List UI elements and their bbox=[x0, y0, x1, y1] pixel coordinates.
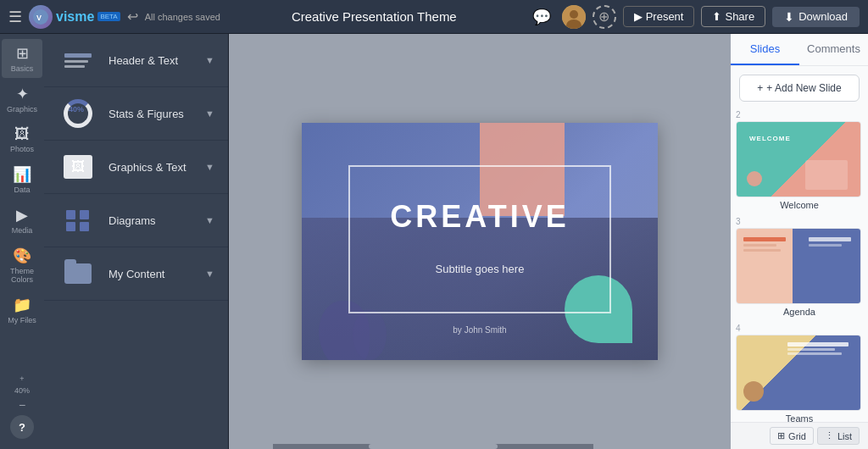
present-button[interactable]: ▶ Present bbox=[623, 6, 695, 27]
panel-item-header-text[interactable]: Header & Text ▼ bbox=[44, 34, 228, 87]
sidebar-item-my-files[interactable]: 📁 My Files bbox=[2, 291, 42, 330]
chevron-down-icon: ▼ bbox=[205, 215, 214, 225]
zoom-display: + bbox=[19, 374, 24, 383]
slide-name-2: Welcome bbox=[736, 200, 863, 210]
basics-icon: ⊞ bbox=[16, 44, 29, 63]
slide-item-4[interactable]: 4 Teams bbox=[736, 324, 863, 422]
play-icon: ▶ bbox=[634, 10, 643, 23]
grid-view-button[interactable]: ⊞ Grid bbox=[770, 427, 814, 445]
slide-name-3: Agenda bbox=[736, 307, 863, 317]
slide-byline: by John Smith bbox=[302, 325, 658, 335]
grid-icon: ⊞ bbox=[777, 430, 785, 441]
logo-image: V bbox=[29, 5, 53, 29]
left-sidebar: ⊞ Basics ✦ Graphics 🖼 Photos 📊 Data ▶ Me… bbox=[0, 34, 44, 449]
chat-icon-button[interactable]: 💬 bbox=[528, 6, 555, 28]
svg-text:V: V bbox=[36, 14, 42, 22]
slide-number-2: 2 bbox=[736, 110, 863, 119]
slide-thumb-4[interactable] bbox=[736, 335, 861, 411]
plus-icon: + bbox=[757, 82, 763, 94]
slide-thumb-3[interactable] bbox=[736, 228, 861, 304]
media-icon: ▶ bbox=[16, 206, 28, 224]
sidebar-item-basics[interactable]: ⊞ Basics bbox=[2, 39, 42, 78]
zoom-minus-button[interactable]: − bbox=[19, 398, 25, 412]
panel-item-my-content[interactable]: My Content ▼ bbox=[44, 247, 228, 301]
slides-list: 2 WELCOME Welcome 3 bbox=[731, 110, 868, 422]
sidebar-item-photos[interactable]: 🖼 Photos bbox=[2, 120, 42, 158]
stats-icon: 40% bbox=[58, 97, 98, 130]
panel-item-diagrams[interactable]: Diagrams ▼ bbox=[44, 194, 228, 247]
chevron-down-icon: ▼ bbox=[205, 269, 214, 279]
slide-number-4: 4 bbox=[736, 324, 863, 333]
tab-comments[interactable]: Comments bbox=[799, 34, 868, 65]
slide-title: CREATIVE bbox=[302, 199, 658, 235]
slide-subtitle: Subtitle goes here bbox=[302, 263, 658, 275]
photos-icon: 🖼 bbox=[14, 125, 30, 143]
data-icon: 📊 bbox=[13, 165, 31, 184]
slide-item-3[interactable]: 3 Agenda bbox=[736, 217, 863, 317]
download-icon: ⬇ bbox=[784, 10, 794, 24]
chevron-down-icon: ▼ bbox=[205, 108, 214, 119]
tab-slides[interactable]: Slides bbox=[731, 34, 799, 65]
theme-colors-icon: 🎨 bbox=[13, 247, 31, 265]
download-button[interactable]: ⬇ Download bbox=[772, 7, 860, 27]
graphics-text-icon: 🖼 bbox=[58, 151, 98, 183]
chevron-down-icon: ▼ bbox=[205, 55, 214, 65]
logo: V visme BETA bbox=[29, 5, 120, 29]
my-content-icon bbox=[58, 258, 98, 290]
add-collaborator-button[interactable]: ⊕ bbox=[593, 5, 616, 29]
add-new-slide-button[interactable]: + + Add New Slide bbox=[739, 75, 860, 102]
topbar: ☰ V visme BETA ↩ All changes saved Creat… bbox=[0, 0, 868, 34]
sidebar-bottom: + 40% − ? bbox=[10, 374, 34, 444]
sidebar-item-data[interactable]: 📊 Data bbox=[2, 160, 42, 199]
zoom-level: 40% bbox=[14, 386, 30, 395]
graphics-icon: ✦ bbox=[16, 85, 29, 103]
sidebar-item-theme-colors[interactable]: 🎨 Theme Colors bbox=[2, 241, 42, 289]
sidebar-item-graphics[interactable]: ✦ Graphics bbox=[2, 80, 42, 119]
slide-canvas[interactable]: CREATIVE Subtitle goes here by John Smit… bbox=[302, 123, 658, 360]
header-text-icon bbox=[58, 44, 98, 76]
logo-beta: BETA bbox=[97, 12, 120, 21]
panel-item-graphics-text[interactable]: 🖼 Graphics & Text ▼ bbox=[44, 141, 228, 194]
panel-item-stats-figures[interactable]: 40% Stats & Figures ▼ bbox=[44, 87, 228, 141]
zoom-plus-icon[interactable]: + bbox=[19, 374, 24, 383]
sidebar-item-media[interactable]: ▶ Media bbox=[2, 201, 42, 240]
avatar[interactable] bbox=[562, 5, 586, 29]
slide-item-2[interactable]: 2 WELCOME Welcome bbox=[736, 110, 863, 210]
diagrams-icon bbox=[58, 204, 98, 236]
document-title[interactable]: Creative Presentation Theme bbox=[227, 9, 521, 24]
chevron-down-icon: ▼ bbox=[205, 162, 214, 172]
white-outline-rect bbox=[348, 165, 611, 313]
undo-button[interactable]: ↩ bbox=[127, 8, 138, 25]
share-icon: ⬆ bbox=[712, 10, 721, 23]
slide-number-3: 3 bbox=[736, 217, 863, 226]
slide-thumb-2[interactable]: WELCOME bbox=[736, 121, 861, 197]
logo-text: visme bbox=[56, 9, 94, 25]
topbar-right: 💬 ⊕ ▶ Present ⬆ Share ⬇ Download bbox=[528, 5, 860, 29]
right-tabs: Slides Comments bbox=[731, 34, 868, 66]
decor-leaf-2 bbox=[353, 309, 387, 360]
share-button[interactable]: ⬆ Share bbox=[701, 6, 765, 27]
horizontal-scrollbar[interactable] bbox=[273, 444, 593, 449]
menu-icon[interactable]: ☰ bbox=[8, 8, 22, 26]
canvas-area[interactable]: CREATIVE Subtitle goes here by John Smit… bbox=[229, 34, 731, 449]
main-area: ⊞ Basics ✦ Graphics 🖼 Photos 📊 Data ▶ Me… bbox=[0, 34, 868, 449]
panel-sidebar: Header & Text ▼ 40% Stats & Figures ▼ 🖼 … bbox=[44, 34, 229, 449]
bottom-bar: ⊞ Grid ⋮ List bbox=[731, 422, 868, 449]
help-button[interactable]: ? bbox=[10, 415, 34, 439]
svg-point-3 bbox=[570, 10, 578, 19]
scrollbar-thumb[interactable] bbox=[369, 444, 497, 449]
auto-save-status: All changes saved bbox=[145, 12, 220, 22]
topbar-left: ☰ V visme BETA ↩ All changes saved bbox=[8, 5, 220, 29]
list-icon: ⋮ bbox=[825, 430, 834, 441]
my-files-icon: 📁 bbox=[13, 296, 31, 314]
list-view-button[interactable]: ⋮ List bbox=[817, 427, 860, 445]
slide-name-4: Teams bbox=[736, 413, 863, 422]
right-panel: Slides Comments + + Add New Slide 2 WELC… bbox=[731, 34, 868, 449]
